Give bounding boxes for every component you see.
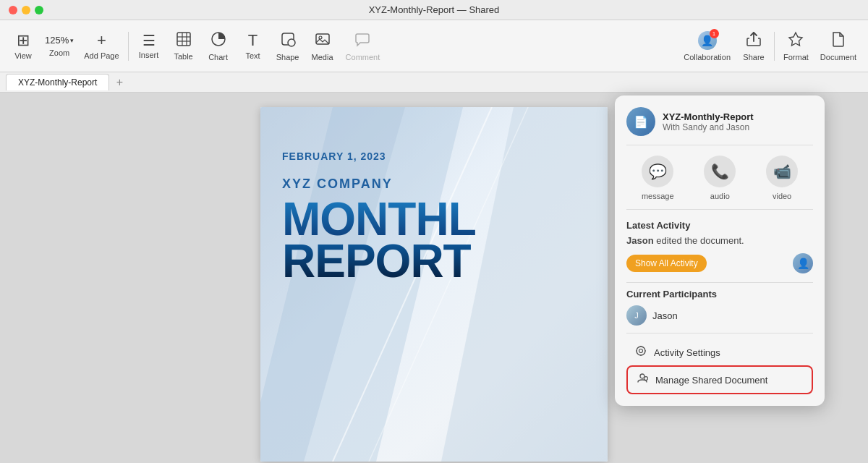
toolbar-add-page[interactable]: + Add Page (78, 30, 124, 63)
add-page-label: Add Page (84, 51, 119, 60)
close-button[interactable] (9, 6, 17, 14)
document-page: FEBRUARY 1, 2023 XYZ COMPANY MONTHL REPO… (260, 107, 608, 462)
media-icon (315, 31, 331, 50)
comment-label: Comment (346, 53, 380, 61)
insert-icon: ☰ (142, 33, 156, 48)
add-tab-button[interactable]: + (112, 75, 127, 90)
text-icon: T (248, 33, 258, 48)
maximize-button[interactable] (35, 6, 43, 14)
activity-settings-item[interactable]: Activity Settings (626, 339, 813, 365)
toolbar-chart[interactable]: Chart (201, 28, 236, 64)
share-label: Share (743, 53, 764, 61)
popup-doc-subtitle: With Sandy and Jason (663, 122, 813, 132)
toolbar-document[interactable]: Document (814, 28, 862, 64)
activity-avatar-icon: 👤 (797, 258, 809, 269)
view-label: View (14, 51, 32, 60)
toolbar-insert[interactable]: ☰ Insert (132, 30, 166, 62)
svg-point-15 (637, 347, 645, 355)
table-label: Table (174, 52, 192, 61)
toolbar-comment[interactable]: Comment (340, 28, 386, 64)
document-icon (831, 31, 846, 50)
video-action[interactable]: 📹 video (766, 156, 798, 200)
message-action[interactable]: 💬 message (642, 156, 674, 200)
title-bar: XYZ-Monthly-Report — Shared (0, 0, 868, 20)
popup-doc-info: XYZ-Monthly-Report With Sandy and Jason (663, 111, 813, 132)
latest-activity-title: Latest Activity (626, 220, 813, 231)
svg-point-16 (639, 349, 643, 353)
toolbar: ⊞ View 125% ▾ Zoom + Add Page ☰ Insert T (0, 20, 868, 72)
page-content: FEBRUARY 1, 2023 XYZ COMPANY MONTHL REPO… (260, 107, 608, 462)
audio-icon: 📞 (704, 156, 736, 187)
toolbar-shape[interactable]: Shape (271, 28, 305, 64)
collaboration-popup: 📄 XYZ-Monthly-Report With Sandy and Jaso… (615, 95, 825, 406)
document-report: REPORT (282, 241, 586, 283)
manage-shared-icon (635, 373, 650, 387)
table-icon (176, 31, 192, 49)
jason-name: Jason (652, 310, 678, 321)
video-label: video (773, 192, 791, 200)
activity-row: Show All Activity 👤 (626, 253, 813, 273)
activity-text: Jason edited the document. (626, 235, 813, 246)
activity-user: Jason (626, 235, 654, 246)
add-page-icon: + (97, 33, 106, 48)
toolbar-view[interactable]: ⊞ View (6, 30, 41, 63)
participant-jason: J Jason (626, 305, 813, 326)
active-tab[interactable]: XYZ-Monthly-Report (6, 74, 109, 90)
document-label: Document (820, 53, 856, 61)
audio-action[interactable]: 📞 audio (704, 156, 736, 200)
format-icon (788, 31, 804, 50)
participants-title: Current Participants (626, 289, 813, 300)
audio-label: audio (710, 192, 730, 200)
show-activity-button[interactable]: Show All Activity (626, 255, 707, 272)
activity-settings-label: Activity Settings (654, 347, 720, 358)
message-label: message (642, 192, 674, 200)
traffic-lights (9, 6, 43, 14)
svg-point-7 (288, 39, 295, 46)
manage-shared-label: Manage Shared Document (655, 375, 767, 386)
chart-label: Chart (208, 53, 228, 61)
format-label: Format (783, 53, 809, 61)
popup-divider-1 (626, 282, 813, 283)
tab-bar: XYZ-Monthly-Report + (0, 72, 868, 93)
media-label: Media (312, 53, 333, 61)
message-icon: 💬 (642, 156, 673, 187)
toolbar-zoom[interactable]: 125% ▾ Zoom (41, 32, 78, 60)
toolbar-table[interactable]: Table (166, 28, 201, 64)
chart-icon (210, 31, 226, 50)
activity-description: edited the document. (656, 235, 744, 246)
svg-point-9 (319, 36, 322, 39)
main-area: FEBRUARY 1, 2023 XYZ COMPANY MONTHL REPO… (0, 93, 868, 463)
popup-divider-2 (626, 333, 813, 334)
collaboration-label: Collaboration (684, 53, 731, 61)
zoom-label: Zoom (49, 48, 69, 57)
document-monthly: MONTHL (282, 199, 586, 241)
popup-doc-name: XYZ-Monthly-Report (663, 111, 813, 122)
shape-label: Shape (276, 53, 299, 61)
comment-icon (354, 31, 370, 50)
participants-section: Current Participants J Jason (626, 289, 813, 326)
collaboration-badge: 1 (710, 29, 719, 38)
document-date: FEBRUARY 1, 2023 (282, 150, 586, 162)
popup-actions: 💬 message 📞 audio 📹 video (626, 156, 813, 210)
doc-avatar-icon: 📄 (634, 115, 648, 129)
toolbar-share[interactable]: Share (736, 28, 771, 64)
latest-activity-section: Latest Activity Jason edited the documen… (626, 220, 813, 273)
jason-avatar: J (626, 305, 647, 326)
minimize-button[interactable] (22, 6, 30, 14)
share-icon (746, 31, 762, 50)
text-label: Text (245, 51, 260, 60)
zoom-arrow: ▾ (70, 37, 74, 44)
collaboration-avatar: 👤 1 (698, 31, 717, 50)
video-icon: 📹 (766, 156, 798, 187)
manage-shared-document-item[interactable]: Manage Shared Document (626, 365, 813, 394)
collaboration-button[interactable]: 👤 1 Collaboration (678, 28, 736, 64)
window-title: XYZ-Monthly-Report — Shared (369, 4, 500, 15)
insert-label: Insert (139, 51, 159, 59)
activity-avatar: 👤 (793, 253, 813, 273)
toolbar-text[interactable]: T Text (236, 30, 271, 63)
toolbar-divider-2 (774, 32, 775, 61)
toolbar-format[interactable]: Format (778, 28, 814, 64)
popup-header: 📄 XYZ-Monthly-Report With Sandy and Jaso… (626, 107, 813, 145)
toolbar-divider-1 (128, 32, 129, 61)
toolbar-media[interactable]: Media (305, 28, 340, 64)
